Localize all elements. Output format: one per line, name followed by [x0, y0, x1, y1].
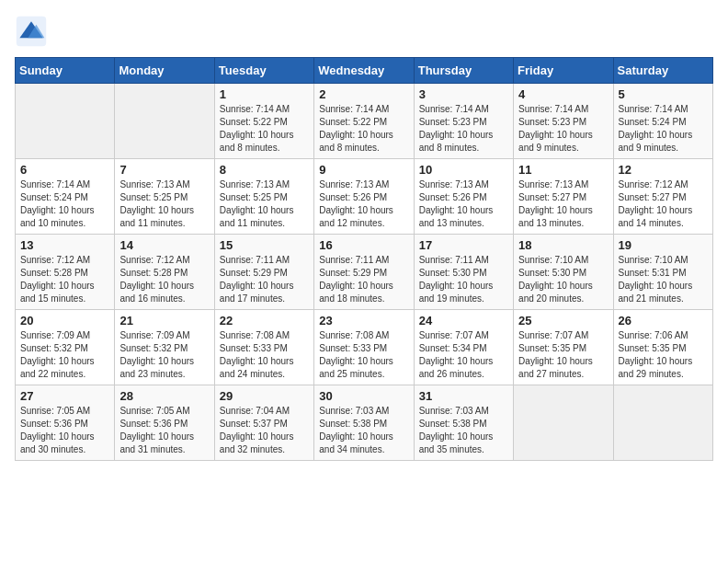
calendar-cell: 21 Sunrise: 7:09 AMSunset: 5:32 PMDaylig… [115, 310, 214, 385]
logo [15, 15, 51, 48]
calendar-cell: 19 Sunrise: 7:10 AMSunset: 5:31 PMDaylig… [613, 235, 712, 310]
weekday-header-thursday: Thursday [414, 58, 513, 84]
calendar-cell: 2 Sunrise: 7:14 AMSunset: 5:22 PMDayligh… [314, 84, 414, 159]
day-info: Sunrise: 7:13 AMSunset: 5:26 PMDaylight:… [319, 178, 408, 230]
calendar-cell: 31 Sunrise: 7:03 AMSunset: 5:38 PMDaylig… [414, 385, 513, 461]
day-info: Sunrise: 7:09 AMSunset: 5:32 PMDaylight:… [119, 329, 209, 381]
day-number: 28 [119, 389, 209, 403]
weekday-header-friday: Friday [514, 58, 613, 84]
day-number: 30 [319, 389, 408, 403]
calendar-cell [115, 84, 214, 159]
day-info: Sunrise: 7:11 AMSunset: 5:29 PMDaylight:… [220, 254, 309, 305]
calendar-cell: 28 Sunrise: 7:05 AMSunset: 5:36 PMDaylig… [115, 385, 214, 461]
day-number: 25 [518, 314, 608, 327]
weekday-header-sunday: Sunday [16, 58, 115, 84]
day-info: Sunrise: 7:05 AMSunset: 5:36 PMDaylight:… [119, 405, 209, 456]
calendar-cell: 22 Sunrise: 7:08 AMSunset: 5:33 PMDaylig… [214, 310, 313, 385]
page-header [15, 15, 713, 48]
calendar-cell: 11 Sunrise: 7:13 AMSunset: 5:27 PMDaylig… [514, 159, 613, 235]
day-number: 19 [619, 238, 708, 252]
day-info: Sunrise: 7:10 AMSunset: 5:31 PMDaylight:… [619, 254, 708, 305]
day-info: Sunrise: 7:12 AMSunset: 5:27 PMDaylight:… [619, 178, 708, 230]
day-info: Sunrise: 7:13 AMSunset: 5:25 PMDaylight:… [220, 178, 309, 230]
calendar-cell: 14 Sunrise: 7:12 AMSunset: 5:28 PMDaylig… [115, 235, 214, 310]
calendar-cell: 24 Sunrise: 7:07 AMSunset: 5:34 PMDaylig… [414, 310, 513, 385]
calendar-cell: 25 Sunrise: 7:07 AMSunset: 5:35 PMDaylig… [514, 310, 613, 385]
weekday-header-wednesday: Wednesday [314, 58, 414, 84]
day-info: Sunrise: 7:08 AMSunset: 5:33 PMDaylight:… [220, 329, 309, 381]
calendar-cell: 20 Sunrise: 7:09 AMSunset: 5:32 PMDaylig… [16, 310, 115, 385]
day-number: 9 [319, 163, 408, 177]
calendar-cell: 6 Sunrise: 7:14 AMSunset: 5:24 PMDayligh… [16, 159, 115, 235]
weekday-header-monday: Monday [115, 58, 214, 84]
day-info: Sunrise: 7:12 AMSunset: 5:28 PMDaylight:… [119, 254, 209, 305]
day-info: Sunrise: 7:11 AMSunset: 5:30 PMDaylight:… [419, 254, 508, 305]
day-info: Sunrise: 7:13 AMSunset: 5:25 PMDaylight:… [119, 178, 209, 230]
day-info: Sunrise: 7:03 AMSunset: 5:38 PMDaylight:… [319, 405, 408, 456]
day-info: Sunrise: 7:14 AMSunset: 5:23 PMDaylight:… [419, 103, 508, 155]
day-number: 3 [419, 87, 508, 101]
day-number: 15 [220, 238, 309, 252]
calendar-cell: 9 Sunrise: 7:13 AMSunset: 5:26 PMDayligh… [314, 159, 414, 235]
calendar-cell: 12 Sunrise: 7:12 AMSunset: 5:27 PMDaylig… [613, 159, 712, 235]
calendar-cell [16, 84, 115, 159]
day-info: Sunrise: 7:08 AMSunset: 5:33 PMDaylight:… [319, 329, 408, 381]
day-info: Sunrise: 7:13 AMSunset: 5:27 PMDaylight:… [518, 178, 608, 230]
calendar-cell: 23 Sunrise: 7:08 AMSunset: 5:33 PMDaylig… [314, 310, 414, 385]
day-info: Sunrise: 7:07 AMSunset: 5:34 PMDaylight:… [419, 329, 508, 381]
day-number: 31 [419, 389, 508, 403]
day-number: 22 [220, 314, 309, 327]
calendar-cell: 27 Sunrise: 7:05 AMSunset: 5:36 PMDaylig… [16, 385, 115, 461]
calendar-cell: 5 Sunrise: 7:14 AMSunset: 5:24 PMDayligh… [613, 84, 712, 159]
day-number: 29 [220, 389, 309, 403]
calendar-cell: 26 Sunrise: 7:06 AMSunset: 5:35 PMDaylig… [613, 310, 712, 385]
day-info: Sunrise: 7:14 AMSunset: 5:22 PMDaylight:… [220, 103, 309, 155]
calendar-cell: 29 Sunrise: 7:04 AMSunset: 5:37 PMDaylig… [214, 385, 313, 461]
day-number: 2 [319, 87, 408, 101]
day-number: 17 [419, 238, 508, 252]
day-info: Sunrise: 7:14 AMSunset: 5:24 PMDaylight:… [619, 103, 708, 155]
day-info: Sunrise: 7:06 AMSunset: 5:35 PMDaylight:… [619, 329, 708, 381]
calendar-cell: 13 Sunrise: 7:12 AMSunset: 5:28 PMDaylig… [16, 235, 115, 310]
calendar-table: SundayMondayTuesdayWednesdayThursdayFrid… [15, 57, 713, 461]
day-info: Sunrise: 7:07 AMSunset: 5:35 PMDaylight:… [518, 329, 608, 381]
day-number: 21 [119, 314, 209, 327]
day-info: Sunrise: 7:03 AMSunset: 5:38 PMDaylight:… [419, 405, 508, 456]
day-info: Sunrise: 7:14 AMSunset: 5:23 PMDaylight:… [518, 103, 608, 155]
calendar-cell: 10 Sunrise: 7:13 AMSunset: 5:26 PMDaylig… [414, 159, 513, 235]
day-info: Sunrise: 7:13 AMSunset: 5:26 PMDaylight:… [419, 178, 508, 230]
day-number: 4 [518, 87, 608, 101]
day-number: 6 [20, 163, 109, 177]
calendar-cell: 30 Sunrise: 7:03 AMSunset: 5:38 PMDaylig… [314, 385, 414, 461]
day-number: 5 [619, 87, 708, 101]
calendar-cell: 16 Sunrise: 7:11 AMSunset: 5:29 PMDaylig… [314, 235, 414, 310]
day-number: 24 [419, 314, 508, 327]
calendar-cell: 1 Sunrise: 7:14 AMSunset: 5:22 PMDayligh… [214, 84, 313, 159]
logo-icon [15, 15, 48, 48]
day-number: 8 [220, 163, 309, 177]
day-number: 18 [518, 238, 608, 252]
day-number: 1 [220, 87, 309, 101]
day-number: 27 [20, 389, 109, 403]
day-info: Sunrise: 7:05 AMSunset: 5:36 PMDaylight:… [20, 405, 109, 456]
day-info: Sunrise: 7:14 AMSunset: 5:24 PMDaylight:… [20, 178, 109, 230]
calendar-cell: 17 Sunrise: 7:11 AMSunset: 5:30 PMDaylig… [414, 235, 513, 310]
calendar-cell: 15 Sunrise: 7:11 AMSunset: 5:29 PMDaylig… [214, 235, 313, 310]
day-number: 7 [119, 163, 209, 177]
day-number: 23 [319, 314, 408, 327]
calendar-cell [514, 385, 613, 461]
day-number: 20 [20, 314, 109, 327]
day-number: 12 [619, 163, 708, 177]
calendar-cell: 7 Sunrise: 7:13 AMSunset: 5:25 PMDayligh… [115, 159, 214, 235]
calendar-cell [613, 385, 712, 461]
day-info: Sunrise: 7:11 AMSunset: 5:29 PMDaylight:… [319, 254, 408, 305]
weekday-header-tuesday: Tuesday [214, 58, 313, 84]
day-info: Sunrise: 7:12 AMSunset: 5:28 PMDaylight:… [20, 254, 109, 305]
day-number: 10 [419, 163, 508, 177]
calendar-cell: 4 Sunrise: 7:14 AMSunset: 5:23 PMDayligh… [514, 84, 613, 159]
calendar-cell: 3 Sunrise: 7:14 AMSunset: 5:23 PMDayligh… [414, 84, 513, 159]
day-number: 14 [119, 238, 209, 252]
calendar-cell: 8 Sunrise: 7:13 AMSunset: 5:25 PMDayligh… [214, 159, 313, 235]
day-info: Sunrise: 7:10 AMSunset: 5:30 PMDaylight:… [518, 254, 608, 305]
day-info: Sunrise: 7:04 AMSunset: 5:37 PMDaylight:… [220, 405, 309, 456]
